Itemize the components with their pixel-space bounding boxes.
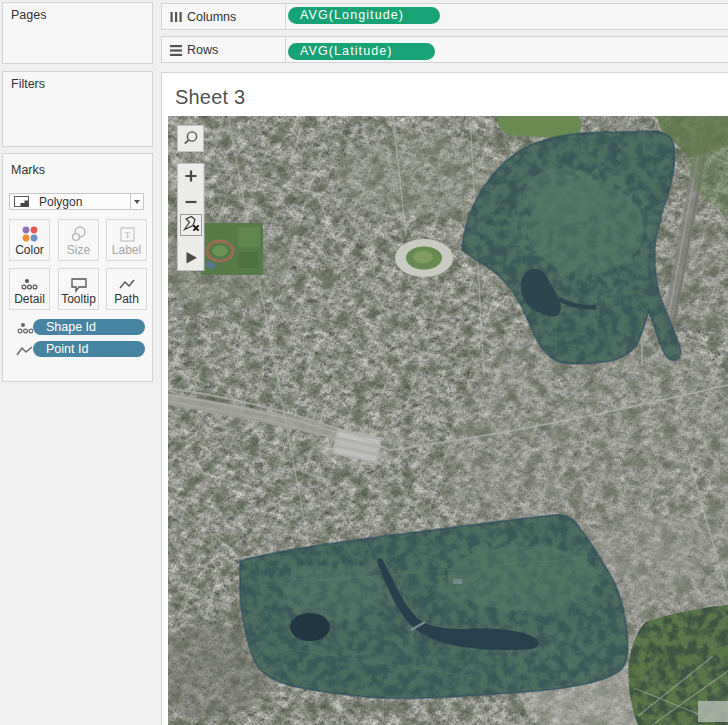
svg-text:T: T (124, 230, 130, 240)
